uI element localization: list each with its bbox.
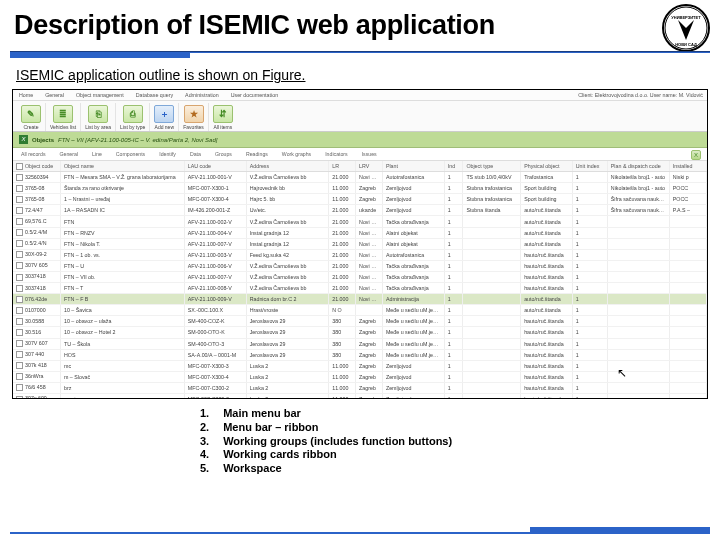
column-header[interactable]: Installed: [669, 161, 706, 172]
table-row[interactable]: 307 440HOSSA-A.00/A – 0001-MJeroslavova …: [13, 349, 707, 360]
card-tab[interactable]: Issues: [360, 150, 379, 160]
row-checkbox[interactable]: [16, 384, 23, 391]
table-row[interactable]: 307V 607TU – ŠkolaSM-400-OTO-3Jeroslavov…: [13, 338, 707, 349]
row-checkbox[interactable]: [16, 318, 23, 325]
table-row[interactable]: 010700010 – ŠavicaSX.-00C.100.XHrast/vro…: [13, 305, 707, 316]
row-checkbox[interactable]: [16, 340, 23, 347]
column-header[interactable]: Object code: [13, 161, 60, 172]
table-row[interactable]: 3765-08Štanda za rano otkrivanjeMFC-007-…: [13, 183, 707, 194]
header-accent-rule: [10, 51, 710, 53]
table-row[interactable]: 76/6 458brzMFC-007-C300-2Luska 211.000Za…: [13, 382, 707, 393]
menu-item[interactable]: Object management: [76, 92, 124, 98]
table-cell: Novi Sad: [356, 227, 383, 238]
row-checkbox[interactable]: [16, 262, 23, 269]
row-checkbox[interactable]: [16, 351, 23, 358]
table-cell: [669, 393, 706, 399]
table-cell: Uv/etc.: [246, 205, 329, 216]
row-checkbox[interactable]: [16, 196, 23, 203]
row-checkbox[interactable]: [16, 274, 23, 281]
column-header[interactable]: LR: [329, 161, 356, 172]
row-checkbox[interactable]: [16, 218, 23, 225]
column-header[interactable]: LRV: [356, 161, 383, 172]
table-cell: 1: [444, 316, 463, 327]
row-checkbox[interactable]: [16, 251, 23, 258]
column-header[interactable]: Object name: [60, 161, 184, 172]
column-header[interactable]: Plan & dispatch code: [607, 161, 669, 172]
column-header[interactable]: LAU code: [184, 161, 246, 172]
card-tab[interactable]: Identify: [157, 150, 178, 160]
table-cell: MFC-007-X300-1: [184, 183, 246, 194]
ribbon-group[interactable]: ⇵All items: [209, 103, 237, 131]
row-checkbox[interactable]: [16, 307, 23, 314]
column-header[interactable]: Unit index: [572, 161, 607, 172]
table-cell: auto/ruč.štanda: [521, 294, 573, 305]
column-header[interactable]: Object type: [463, 161, 521, 172]
row-checkbox[interactable]: [16, 373, 23, 380]
table-cell: 1: [572, 382, 607, 393]
table-row[interactable]: 36nWram – SlovačMFC-007-X300-4Luska 211.…: [13, 371, 707, 382]
footer-accent-rule: [10, 532, 710, 534]
ribbon-group[interactable]: ⎘List by area: [81, 103, 116, 131]
table-cell: 1: [572, 360, 607, 371]
card-tab[interactable]: General: [58, 150, 80, 160]
table-cell: 30.516: [13, 327, 60, 338]
table-row[interactable]: 69,576.CFTNAFV-21.100-002-VV.Ž.edina Čar…: [13, 216, 707, 227]
card-tab[interactable]: Indicators: [323, 150, 350, 160]
ribbon-group[interactable]: ＋Add new: [150, 103, 179, 131]
menu-item[interactable]: Database query: [136, 92, 173, 98]
row-checkbox[interactable]: [16, 240, 23, 247]
export-icon[interactable]: X: [691, 150, 701, 160]
card-tab[interactable]: Work graphs: [280, 150, 313, 160]
table-row[interactable]: 30.058810 – obavoz – ulažaSM-400-COZ-KJe…: [13, 316, 707, 327]
menu-item[interactable]: General: [45, 92, 64, 98]
table-row[interactable]: 32560394FTN – Mesara SMA – V.Ž. grana la…: [13, 172, 707, 183]
table-row[interactable]: 30X-09-2FTN – 1 ob. vs.AFV-21.100-003-VF…: [13, 249, 707, 260]
table-row[interactable]: 307v 600m – tMFC-007-C300-3Luska 211.000…: [13, 393, 707, 399]
table-row[interactable]: 0.5/2.4/MFTN – RNZVAFV-21.100-004-VInsta…: [13, 227, 707, 238]
row-checkbox[interactable]: [16, 329, 23, 336]
table-row[interactable]: 30.51610 – obavoz – Hotel 2SM-000-OTO-KJ…: [13, 327, 707, 338]
card-tab[interactable]: All records: [19, 150, 48, 160]
table-cell: 1: [444, 382, 463, 393]
table-cell: [463, 360, 521, 371]
card-tab[interactable]: Components: [114, 150, 147, 160]
row-checkbox[interactable]: [16, 396, 23, 399]
table-row[interactable]: 3037418FTN – VII ob.AFV-21.100-007-VV.Ž.…: [13, 271, 707, 282]
card-tab[interactable]: Groups: [213, 150, 234, 160]
table-row[interactable]: 72.4/471A – RASADN ICIM-426.200-001-ZUv/…: [13, 205, 707, 216]
table-cell: hauto/ruč.štanda: [521, 249, 573, 260]
table-cell: Nikolatešla broj1 - auto: [607, 172, 669, 183]
column-header[interactable]: Physical object: [521, 161, 573, 172]
ribbon-group[interactable]: ≣Vehicles list: [46, 103, 81, 131]
table-row[interactable]: 307k 418mcMFC-007-X300-3Luska 211.000Zag…: [13, 360, 707, 371]
card-tab[interactable]: Data: [188, 150, 203, 160]
table-row[interactable]: 0.5/2.4/NFTN – Nikola T.AFV-21.100-007-V…: [13, 238, 707, 249]
row-checkbox[interactable]: [16, 174, 23, 181]
card-tab[interactable]: Line: [90, 150, 104, 160]
ribbon-group[interactable]: ★Favorites: [179, 103, 209, 131]
table-row[interactable]: 307V 605FTN – UAFV-21.100-006-VV.Ž.edina…: [13, 260, 707, 271]
card-tab[interactable]: Readings: [244, 150, 270, 160]
table-row[interactable]: 3765-081 – Nrastni – uređajMFC-007-X300-…: [13, 194, 707, 205]
menu-item[interactable]: Administration: [185, 92, 219, 98]
column-header[interactable]: Plant: [382, 161, 444, 172]
row-checkbox[interactable]: [16, 207, 23, 214]
row-checkbox[interactable]: [16, 296, 23, 303]
ribbon-group[interactable]: ✎Create: [17, 103, 46, 131]
ribbon-group[interactable]: ⎙List by type: [116, 103, 150, 131]
row-checkbox[interactable]: [16, 362, 23, 369]
header-checkbox[interactable]: [16, 163, 23, 170]
column-header[interactable]: Ind: [444, 161, 463, 172]
ribbon-label: List by type: [120, 124, 145, 130]
table-row[interactable]: 076.42deFTN – F BAFV-21.100-009-VRadnica…: [13, 294, 707, 305]
table-cell: [607, 271, 669, 282]
table-cell: Zagreb: [356, 360, 383, 371]
column-header[interactable]: Address: [246, 161, 329, 172]
table-row[interactable]: 3037418FTN – TAFV-21.100-008-VV.Ž.edina …: [13, 283, 707, 294]
menu-item[interactable]: Home: [19, 92, 33, 98]
row-checkbox[interactable]: [16, 229, 23, 236]
row-checkbox[interactable]: [16, 185, 23, 192]
menu-item[interactable]: User documentation: [231, 92, 278, 98]
table-cell: 3765-08: [13, 194, 60, 205]
row-checkbox[interactable]: [16, 285, 23, 292]
